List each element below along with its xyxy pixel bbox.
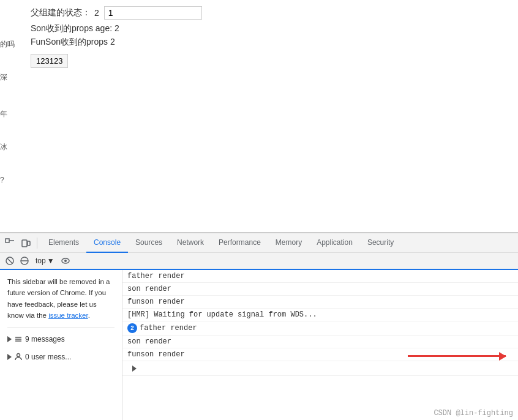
devtools-sidebar: This sidebar will be removed in a future… bbox=[0, 270, 122, 420]
inspect-icon[interactable] bbox=[2, 236, 17, 250]
console-text: father render bbox=[140, 324, 197, 332]
console-text: son render bbox=[127, 337, 171, 346]
sidebar-section-user-messages[interactable]: 0 user mess... bbox=[7, 350, 114, 365]
tab-application[interactable]: Application bbox=[309, 233, 360, 253]
sidebar-bottom: 9 messages 0 user mess... bbox=[7, 328, 114, 365]
svg-rect-3 bbox=[28, 241, 30, 246]
console-text: father render bbox=[127, 272, 185, 280]
context-dropdown[interactable]: top ▼ bbox=[33, 255, 57, 266]
device-toolbar-icon[interactable] bbox=[18, 236, 33, 250]
state-label: 父组建的状态： bbox=[31, 7, 91, 18]
tab-network[interactable]: Network bbox=[170, 233, 211, 253]
console-text: son render bbox=[127, 285, 171, 293]
tab-console[interactable]: Console bbox=[86, 233, 128, 253]
devtools-panel: Elements Console Sources Network Perform… bbox=[0, 233, 518, 420]
clear-console-icon[interactable] bbox=[4, 255, 16, 267]
console-line: father render bbox=[122, 270, 518, 283]
devtools-tabs: Elements Console Sources Network Perform… bbox=[41, 233, 516, 253]
user-icon bbox=[14, 353, 23, 361]
console-text: [HMR] Waiting for update signal from WDS… bbox=[127, 310, 317, 319]
console-input[interactable] bbox=[77, 257, 514, 266]
svg-point-13 bbox=[17, 354, 20, 357]
console-line: funson render bbox=[122, 296, 518, 309]
page-content: 的吗 深 年 冰 ? 父组建的状态： 2 Son收到的props age: 2 … bbox=[0, 0, 518, 233]
devtools-body: This sidebar will be removed in a future… bbox=[0, 270, 518, 420]
tab-security[interactable]: Security bbox=[360, 233, 401, 253]
svg-point-9 bbox=[64, 260, 67, 262]
son-props-line: Son收到的props age: 2 bbox=[31, 23, 518, 34]
funson-props-line: FunSon收到的props 2 bbox=[31, 37, 518, 48]
no-entry-icon[interactable] bbox=[18, 255, 31, 267]
console-text: funson render bbox=[127, 350, 185, 359]
eye-icon[interactable] bbox=[59, 255, 72, 267]
user-messages-label: 0 user mess... bbox=[25, 351, 71, 363]
messages-label: 9 messages bbox=[25, 334, 65, 345]
console-toolbar: top ▼ bbox=[0, 253, 518, 270]
console-expand-row[interactable] bbox=[122, 361, 518, 376]
console-output[interactable]: father render son render funson render [… bbox=[122, 270, 518, 420]
state-row: 父组建的状态： 2 bbox=[31, 6, 518, 20]
console-text: funson render bbox=[127, 298, 185, 306]
console-line: son render bbox=[122, 283, 518, 296]
list-icon bbox=[14, 335, 23, 343]
console-line: son render bbox=[122, 336, 518, 348]
state-value: 2 bbox=[94, 8, 99, 18]
console-line-funson: funson render bbox=[122, 348, 518, 361]
svg-rect-0 bbox=[6, 239, 9, 242]
devtools-toolbar: Elements Console Sources Network Perform… bbox=[0, 233, 518, 253]
repeat-badge: 2 bbox=[127, 323, 137, 333]
svg-line-5 bbox=[7, 258, 12, 263]
expand-icon-2 bbox=[7, 354, 12, 360]
sidebar-notice: This sidebar will be removed in a future… bbox=[7, 276, 114, 321]
arrow-line bbox=[408, 355, 506, 357]
console-line-hmr: [HMR] Waiting for update signal from WDS… bbox=[122, 309, 518, 321]
svg-rect-2 bbox=[22, 240, 27, 247]
csdn-watermark: CSDN @lin-fighting bbox=[434, 409, 513, 418]
expand-triangle-icon[interactable] bbox=[132, 366, 137, 372]
dropdown-arrow: ▼ bbox=[47, 257, 54, 265]
console-line-with-badge: 2 father render bbox=[122, 321, 518, 336]
tab-performance[interactable]: Performance bbox=[211, 233, 268, 253]
state-input[interactable] bbox=[104, 6, 202, 20]
issue-tracker-link[interactable]: issue tracker bbox=[48, 312, 88, 319]
left-sidebar-partial: 的吗 深 年 冰 ? bbox=[0, 37, 21, 187]
tab-sources[interactable]: Sources bbox=[128, 233, 170, 253]
red-arrow-annotation bbox=[408, 355, 506, 357]
expand-icon bbox=[7, 336, 12, 342]
sidebar-section-messages[interactable]: 9 messages bbox=[7, 332, 114, 347]
tab-memory[interactable]: Memory bbox=[268, 233, 309, 253]
tab-elements[interactable]: Elements bbox=[41, 233, 86, 253]
page-button[interactable]: 123123 bbox=[31, 54, 68, 68]
context-label: top bbox=[36, 257, 46, 265]
toolbar-separator bbox=[37, 238, 37, 249]
